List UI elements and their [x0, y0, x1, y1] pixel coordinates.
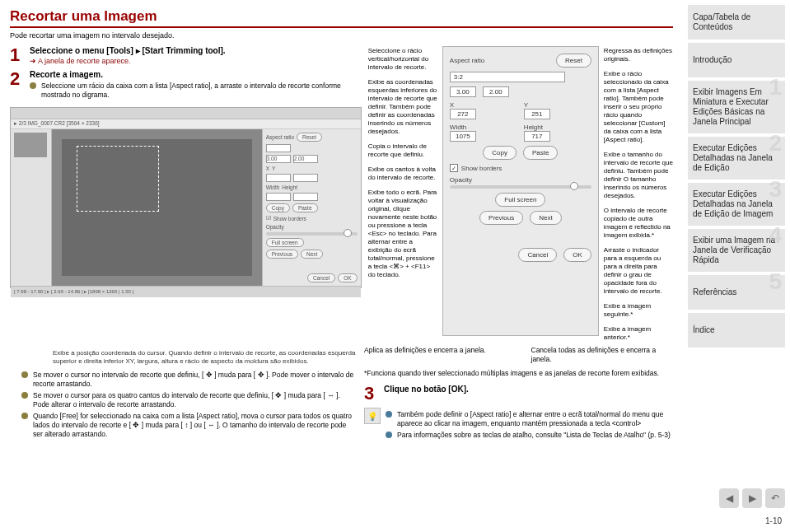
callout-paste: O intervalo de recorte copiado de outra … [604, 206, 673, 240]
callout-size: Exibe o tamanho do intervalo de recorte … [604, 150, 673, 201]
callout-fullscreen: Exibe todo o ecrã. Para voltar à visuali… [368, 188, 437, 280]
paste-button[interactable]: Paste [523, 146, 558, 160]
cursor-position-note: Exibe a posição coordenada do cursor. Qu… [53, 349, 356, 366]
tab-cover[interactable]: Capa/Tabela de Conteúdos [688, 5, 785, 40]
copy-button[interactable]: Copy [483, 146, 517, 160]
tab-references[interactable]: 5Referências [688, 275, 785, 310]
next-button[interactable]: Next [530, 211, 561, 225]
tab-quickcheck[interactable]: 4Exibir uma Imagem na Janela de Verifica… [688, 229, 785, 272]
callout-prev: Exibe a imagem anterior.* [604, 324, 673, 343]
callout-next: Exibe a imagem seguinte.* [604, 301, 673, 320]
step1-sub: A janela de recorte aparece. [30, 57, 362, 65]
fullscreen-button[interactable]: Full screen [495, 193, 545, 207]
callout-copy: Copia o intervalo de recorte que definiu… [368, 142, 437, 160]
height-label: Height [524, 124, 591, 131]
callout-corners: Exibe os cantos à volta do intervalo de … [368, 165, 437, 183]
bullet-dot-icon [386, 411, 392, 418]
footnote: *Funciona quando tiver seleccionado múlt… [364, 369, 673, 378]
app-statusbar: [ 7.98 - 17.90 ] ▸ [ 2.65 - 14.86 ] ▸ [1… [11, 286, 361, 297]
page-title: Recortar uma Imagem [10, 8, 673, 28]
y-input[interactable]: 251 [524, 109, 550, 119]
thumbnail-strip [11, 129, 52, 286]
opacity-slider[interactable] [450, 185, 591, 189]
step-number-2: 2 [10, 70, 25, 102]
cancel-button[interactable]: Cancel [518, 248, 557, 262]
corner-cursor-bullet: Se mover o cursor para os quatro cantos … [33, 391, 356, 409]
bullet-dot-icon [386, 432, 392, 438]
aspect-ratio-select[interactable]: 3:2 [450, 72, 565, 82]
x-label: X [450, 101, 517, 109]
tab-index[interactable]: Índice [688, 313, 785, 348]
step3-head: Clique no botão [OK]. [384, 385, 673, 394]
previous-button[interactable]: Previous [479, 211, 523, 225]
move-cursor-bullet: Se mover o cursor no intervalo de recort… [33, 371, 356, 389]
tab-intro[interactable]: Introdução [688, 43, 785, 77]
crop-rectangle[interactable] [77, 146, 159, 212]
callout-opacity: Arraste o indicador para a esquerda ou p… [604, 245, 673, 296]
show-borders-label: Show borders [461, 165, 502, 172]
width-input[interactable]: 1075 [450, 131, 476, 142]
hint-aspect: Também pode definir o [Aspect ratio] e a… [397, 410, 673, 428]
callout-coords: Exibe as coordenadas esquerdas inferiore… [368, 77, 437, 137]
page-number: 1-10 [688, 515, 785, 527]
height-input[interactable]: 717 [524, 131, 550, 142]
hint-icon: 💡 [364, 408, 381, 424]
callout-reset: Regressa às definições originais. [604, 46, 673, 64]
ok-button[interactable]: OK [563, 248, 591, 262]
callout-ratio: Seleccione o rácio vertical/horizontal d… [368, 46, 437, 72]
step-number-3: 3 [364, 385, 379, 403]
ratio-b-input[interactable]: 2.00 [483, 86, 509, 97]
free-aspect-bullet: Quando [Free] for seleccionado na caixa … [33, 412, 356, 439]
step2-head: Recorte a imagem. [30, 70, 362, 79]
tab-thumbnails[interactable]: 1Exibir Imagens Em Miniatura e Executar … [688, 81, 785, 133]
app-screenshot: ▸ 2/3 IMG_0007.CR2 [3504 × 2336] Aspect … [10, 107, 362, 288]
nav-next-button[interactable]: ▶ [742, 488, 762, 508]
app-toolbar [11, 108, 361, 119]
y-label: Y [524, 101, 591, 109]
bullet-dot-icon [21, 413, 28, 419]
x-input[interactable]: 272 [450, 109, 476, 119]
width-label: Width [450, 124, 517, 131]
hint-shortcuts: Para informações sobre as teclas de atal… [397, 431, 673, 440]
ratio-a-input[interactable]: 3.00 [450, 86, 476, 97]
reset-button[interactable]: Reset [556, 54, 591, 68]
sidebar-nav: Capa/Tabela de Conteúdos Introdução 1Exi… [683, 0, 790, 532]
nav-back-button[interactable]: ↶ [765, 488, 785, 508]
step2-bullet: Seleccione um rácio da caixa com a lista… [41, 82, 362, 100]
crop-panel: Aspect ratio Reset 3:2 3.00 2.00 X272 Y2… [442, 46, 599, 336]
bullet-dot-icon [30, 82, 36, 89]
canvas-area [52, 129, 262, 286]
tab-edit-window[interactable]: 2Executar Edições Detalhadas na Janela d… [688, 137, 785, 180]
tab-image-edit[interactable]: 3Executar Edições Detalhadas na Janela d… [688, 183, 785, 226]
step-number-1: 1 [10, 46, 25, 65]
cancel-note: Cancela todas as definições e encerra a … [531, 346, 674, 364]
callout-aspect-display: Exibe o rácio seleccionado da caixa com … [604, 69, 673, 145]
page-subtitle: Pode recortar uma imagem no intervalo de… [10, 31, 673, 40]
aspect-ratio-label: Aspect ratio [450, 57, 484, 64]
nav-prev-button[interactable]: ◀ [719, 488, 739, 508]
bullet-dot-icon [21, 392, 28, 399]
opacity-label: Opacity [450, 176, 591, 184]
control-panel-mini: Aspect ratioReset 3.002.00 XY WidthHeigh… [262, 129, 361, 286]
bullet-dot-icon [21, 371, 28, 378]
step1-head: Seleccione o menu [Tools] ▸ [Start Trimm… [30, 46, 362, 55]
show-borders-checkbox[interactable]: ✓ [450, 164, 458, 172]
app-breadcrumb: ▸ 2/3 IMG_0007.CR2 [3504 × 2336] [11, 119, 361, 129]
apply-note: Aplica as definições e encerra a janela. [364, 346, 507, 364]
